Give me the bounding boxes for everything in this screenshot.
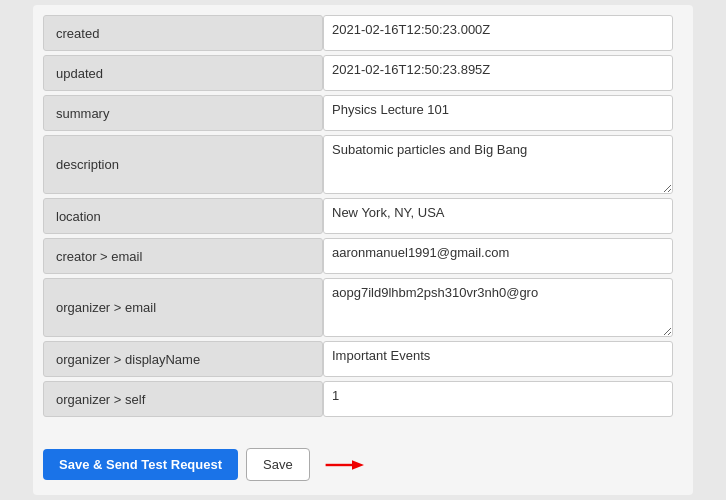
field-value-organizer_displayName[interactable] — [323, 341, 673, 377]
field-label-location: location — [43, 198, 323, 234]
field-label-updated: updated — [43, 55, 323, 91]
field-label-creator_email: creator > email — [43, 238, 323, 274]
save-send-button[interactable]: Save & Send Test Request — [43, 449, 238, 480]
field-row-description: description — [43, 135, 673, 194]
field-value-summary[interactable] — [323, 95, 673, 131]
field-row-organizer_self: organizer > self — [43, 381, 673, 417]
field-value-organizer_self[interactable] — [323, 381, 673, 417]
field-label-organizer_self: organizer > self — [43, 381, 323, 417]
fields-scroll-area[interactable]: createdupdatedsummarydescriptionlocation… — [43, 15, 693, 434]
arrow-icon — [324, 455, 364, 475]
field-row-creator_email: creator > email — [43, 238, 673, 274]
field-value-description[interactable] — [323, 135, 673, 194]
field-value-location[interactable] — [323, 198, 673, 234]
field-value-created[interactable] — [323, 15, 673, 51]
field-value-organizer_email[interactable] — [323, 278, 673, 337]
footer: Save & Send Test Request Save — [43, 440, 693, 485]
field-row-organizer_displayName: organizer > displayName — [43, 341, 673, 377]
save-button[interactable]: Save — [246, 448, 310, 481]
field-label-organizer_displayName: organizer > displayName — [43, 341, 323, 377]
field-row-updated: updated — [43, 55, 673, 91]
field-row-created: created — [43, 15, 673, 51]
field-label-summary: summary — [43, 95, 323, 131]
field-value-creator_email[interactable] — [323, 238, 673, 274]
field-row-summary: summary — [43, 95, 673, 131]
field-row-location: location — [43, 198, 673, 234]
field-label-organizer_email: organizer > email — [43, 278, 323, 337]
field-label-created: created — [43, 15, 323, 51]
main-panel: createdupdatedsummarydescriptionlocation… — [33, 5, 693, 495]
svg-marker-1 — [352, 460, 364, 470]
field-row-organizer_email: organizer > email — [43, 278, 673, 337]
field-value-updated[interactable] — [323, 55, 673, 91]
field-label-description: description — [43, 135, 323, 194]
